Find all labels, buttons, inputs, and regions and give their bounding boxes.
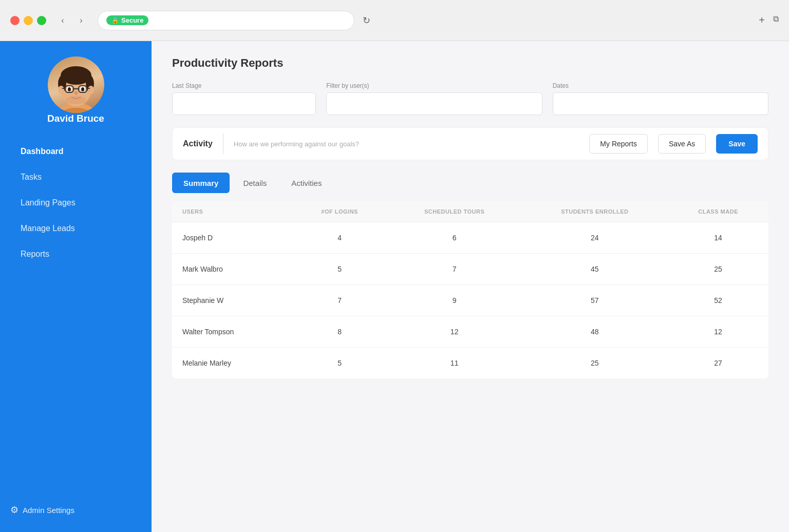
close-button[interactable] xyxy=(10,16,20,25)
table-row: Stephanie W 7 9 57 52 xyxy=(172,285,768,316)
filter-users-input[interactable] xyxy=(326,92,542,115)
dates-label: Dates xyxy=(553,82,768,89)
cell-user: Walter Tompson xyxy=(172,316,292,348)
activity-divider xyxy=(223,134,223,154)
sidebar-item-tasks[interactable]: Tasks xyxy=(10,165,141,189)
cell-enrolled: 45 xyxy=(521,254,668,285)
table-row: Walter Tompson 8 12 48 12 xyxy=(172,316,768,348)
sidebar-item-manage-leads[interactable]: Manage Leads xyxy=(10,217,141,240)
cell-enrolled: 57 xyxy=(521,285,668,316)
refresh-button[interactable]: ↻ xyxy=(363,15,370,26)
gear-icon: ⚙ xyxy=(10,504,18,516)
cell-logins: 5 xyxy=(292,254,387,285)
cell-class-made: 27 xyxy=(668,348,768,379)
cell-class-made: 25 xyxy=(668,254,768,285)
tab-activities[interactable]: Activities xyxy=(280,173,333,193)
nav-menu: Dashboard Tasks Landing Pages Manage Lea… xyxy=(0,140,152,268)
filter-group-users: Filter by user(s) xyxy=(326,82,542,115)
cell-enrolled: 48 xyxy=(521,316,668,348)
svg-point-8 xyxy=(88,86,94,94)
cell-user: Jospeh D xyxy=(172,222,292,254)
col-users: USERS xyxy=(172,201,292,222)
maximize-button[interactable] xyxy=(37,16,46,25)
cell-tours: 9 xyxy=(387,285,522,316)
avatar xyxy=(48,56,104,113)
new-tab-icon[interactable]: + xyxy=(759,14,765,26)
browser-chrome: ‹ › 🔒 Secure ↻ + ⧉ xyxy=(0,0,789,41)
minimize-button[interactable] xyxy=(24,16,33,25)
content-area: Productivity Reports Last Stage Filter b… xyxy=(152,41,789,532)
tabs-icon[interactable]: ⧉ xyxy=(773,14,779,26)
filter-group-dates: Dates April, 2020 – April 30, 2020 xyxy=(553,82,768,115)
user-name: David Bruce xyxy=(47,113,104,124)
cell-logins: 4 xyxy=(292,222,387,254)
last-stage-label: Last Stage xyxy=(172,82,316,89)
col-class-made: CLASS MADE xyxy=(668,201,768,222)
table-header: USERS #OF LOGINS SCHEDULED TOURS STUDENT… xyxy=(172,201,768,222)
cell-user: Stephanie W xyxy=(172,285,292,316)
browser-actions: + ⧉ xyxy=(759,14,779,26)
col-tours: SCHEDULED TOURS xyxy=(387,201,522,222)
table-body: Jospeh D 4 6 24 14 Mark Walbro 5 7 45 25… xyxy=(172,222,768,379)
my-reports-button[interactable]: My Reports xyxy=(589,134,648,154)
admin-settings-label: Admin Settings xyxy=(23,506,74,515)
tabs-row: Summary Details Activities xyxy=(172,173,768,193)
filter-users-label: Filter by user(s) xyxy=(326,82,542,89)
admin-settings[interactable]: ⚙ Admin Settings xyxy=(0,498,152,522)
main-layout: David Bruce Dashboard Tasks Landing Page… xyxy=(0,41,789,532)
cell-enrolled: 25 xyxy=(521,348,668,379)
lock-icon: 🔒 xyxy=(111,17,119,24)
cell-class-made: 14 xyxy=(668,222,768,254)
sidebar-item-dashboard[interactable]: Dashboard xyxy=(10,140,141,163)
cell-logins: 5 xyxy=(292,348,387,379)
svg-point-19 xyxy=(66,96,86,104)
cell-tours: 6 xyxy=(387,222,522,254)
secure-label: Secure xyxy=(121,16,143,24)
cell-user: Mark Walbro xyxy=(172,254,292,285)
page-title: Productivity Reports xyxy=(172,56,768,70)
sidebar: David Bruce Dashboard Tasks Landing Page… xyxy=(0,41,152,532)
svg-point-7 xyxy=(58,86,64,94)
cell-logins: 8 xyxy=(292,316,387,348)
filter-group-last-stage: Last Stage xyxy=(172,82,316,115)
cell-class-made: 52 xyxy=(668,285,768,316)
activity-hint: How are we performing against our goals? xyxy=(234,140,579,148)
table-row: Melanie Marley 5 11 25 27 xyxy=(172,348,768,379)
cell-tours: 12 xyxy=(387,316,522,348)
cell-class-made: 12 xyxy=(668,316,768,348)
svg-point-1 xyxy=(53,108,99,113)
col-enrolled: STUDENTS ENROLLED xyxy=(521,201,668,222)
dates-input[interactable]: April, 2020 – April 30, 2020 xyxy=(553,92,768,115)
cell-logins: 7 xyxy=(292,285,387,316)
table-row: Jospeh D 4 6 24 14 xyxy=(172,222,768,254)
secure-badge: 🔒 Secure xyxy=(106,15,148,25)
cell-tours: 7 xyxy=(387,254,522,285)
tab-summary[interactable]: Summary xyxy=(172,173,230,193)
back-button[interactable]: ‹ xyxy=(54,12,71,29)
last-stage-input[interactable] xyxy=(172,92,316,115)
sidebar-item-landing-pages[interactable]: Landing Pages xyxy=(10,191,141,215)
svg-point-12 xyxy=(81,87,84,91)
traffic-lights xyxy=(10,16,46,25)
activity-bar: Activity How are we performing against o… xyxy=(172,127,768,160)
save-button[interactable]: Save xyxy=(716,134,758,154)
tab-details[interactable]: Details xyxy=(232,173,278,193)
save-as-button[interactable]: Save As xyxy=(658,134,706,154)
browser-nav: ‹ › xyxy=(54,12,89,29)
sidebar-item-reports[interactable]: Reports xyxy=(10,242,141,266)
cell-tours: 11 xyxy=(387,348,522,379)
cell-user: Melanie Marley xyxy=(172,348,292,379)
filters-row: Last Stage Filter by user(s) Dates April… xyxy=(172,82,768,115)
col-logins: #OF LOGINS xyxy=(292,201,387,222)
address-bar[interactable]: 🔒 Secure xyxy=(98,11,354,30)
svg-point-18 xyxy=(74,91,78,95)
activity-label: Activity xyxy=(183,139,213,148)
table-row: Mark Walbro 5 7 45 25 xyxy=(172,254,768,285)
forward-button[interactable]: › xyxy=(73,12,89,29)
cell-enrolled: 24 xyxy=(521,222,668,254)
svg-point-11 xyxy=(68,87,71,91)
data-table: USERS #OF LOGINS SCHEDULED TOURS STUDENT… xyxy=(172,201,768,378)
